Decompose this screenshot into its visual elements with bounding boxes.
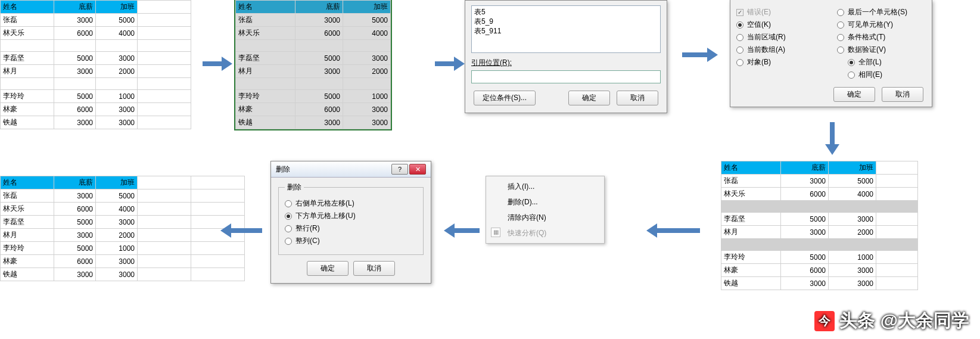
cell[interactable]: [876, 201, 918, 213]
cell[interactable]: 4000: [96, 27, 138, 40]
table-row[interactable]: 李磊坚50003000: [236, 52, 391, 65]
cell[interactable]: 3000: [96, 52, 138, 65]
cell[interactable]: 5000: [781, 213, 829, 226]
cell[interactable]: 3000: [781, 175, 829, 188]
cell[interactable]: 李磊坚: [721, 213, 781, 226]
cell[interactable]: 林月: [236, 65, 295, 78]
cell[interactable]: 李玲玲: [236, 90, 295, 103]
cell[interactable]: 李磊坚: [1, 216, 54, 229]
cell[interactable]: 5000: [96, 189, 138, 203]
radio[interactable]: [736, 59, 743, 66]
table-row[interactable]: 铁越30003000: [236, 116, 391, 129]
table-row[interactable]: 李玲玲50001000: [1, 90, 191, 103]
cell[interactable]: [829, 201, 876, 213]
cell[interactable]: [138, 189, 191, 203]
cell[interactable]: [876, 226, 918, 239]
goto-listbox[interactable]: 表5 表5_9 表5_911: [471, 5, 661, 53]
cell[interactable]: [295, 40, 343, 52]
cell[interactable]: 铁越: [236, 116, 295, 129]
radio[interactable]: [837, 21, 844, 29]
cell[interactable]: 铁越: [1, 268, 54, 281]
cell[interactable]: [138, 103, 191, 116]
cell[interactable]: [138, 255, 191, 268]
list-item[interactable]: 表5_9: [474, 17, 658, 26]
table-row[interactable]: 张磊30005000: [721, 175, 918, 188]
cell[interactable]: 李玲玲: [1, 90, 54, 103]
cell[interactable]: 2000: [343, 65, 391, 78]
cell[interactable]: 3000: [96, 116, 138, 129]
radio-entire-col[interactable]: [285, 238, 292, 245]
table-row[interactable]: 李玲玲50001000: [1, 242, 245, 255]
cell[interactable]: [138, 216, 191, 229]
cell[interactable]: 6000: [295, 27, 343, 40]
cell[interactable]: [721, 201, 781, 213]
table-row[interactable]: 李磊坚50003000: [721, 213, 918, 226]
radio-entire-row[interactable]: [285, 225, 292, 232]
cell[interactable]: 3000: [54, 14, 96, 27]
cell[interactable]: 3000: [343, 103, 391, 116]
list-item[interactable]: 表5: [474, 7, 658, 17]
cell[interactable]: 5000: [54, 52, 96, 65]
spreadsheet-step8-result[interactable]: 姓名 底薪 加班 张磊30005000林天乐60004000李磊坚5000300…: [0, 176, 245, 281]
cell[interactable]: 3000: [54, 189, 96, 203]
cell[interactable]: 3000: [96, 216, 138, 229]
cell[interactable]: 3000: [829, 213, 876, 226]
cell[interactable]: [138, 27, 191, 40]
cell[interactable]: [876, 188, 918, 201]
cell[interactable]: 6000: [54, 103, 96, 116]
radio[interactable]: [848, 59, 855, 66]
cell[interactable]: 1000: [343, 90, 391, 103]
cell[interactable]: [829, 239, 876, 251]
table-row[interactable]: 李玲玲50001000: [721, 251, 918, 264]
table-row[interactable]: 李玲玲50001000: [236, 90, 391, 103]
table-row[interactable]: 林天乐60004000: [1, 203, 245, 216]
table-row[interactable]: 林月30002000: [721, 226, 918, 239]
radio[interactable]: [736, 21, 743, 29]
cell[interactable]: 1000: [829, 251, 876, 264]
cell[interactable]: [236, 40, 295, 52]
table-row[interactable]: 张磊30005000: [1, 14, 191, 27]
help-icon[interactable]: ?: [391, 164, 408, 175]
cell[interactable]: 3000: [54, 65, 96, 78]
radio[interactable]: [848, 71, 855, 79]
cell[interactable]: 6000: [54, 27, 96, 40]
cell[interactable]: 5000: [54, 216, 96, 229]
cancel-button[interactable]: 取消: [617, 91, 658, 105]
menu-delete[interactable]: 删除(D)...: [486, 194, 604, 210]
cell[interactable]: 3000: [295, 65, 343, 78]
table-row[interactable]: 张磊30005000: [236, 14, 391, 27]
table-row[interactable]: 林月30002000: [1, 229, 245, 242]
cell[interactable]: 2000: [96, 65, 138, 78]
cell[interactable]: [138, 242, 191, 255]
cell[interactable]: 李玲玲: [1, 242, 54, 255]
cell[interactable]: [1, 78, 54, 90]
radio[interactable]: [736, 46, 743, 54]
cell[interactable]: 林天乐: [1, 27, 54, 40]
cell[interactable]: [138, 40, 191, 52]
table-row[interactable]: 李磊坚50003000: [1, 216, 245, 229]
table-row[interactable]: [236, 78, 391, 90]
table-row[interactable]: 铁越30003000: [1, 116, 191, 129]
table-row[interactable]: 林豪60003000: [1, 255, 245, 268]
cell[interactable]: [191, 268, 245, 281]
ok-button[interactable]: 确定: [568, 91, 610, 105]
cell[interactable]: 2000: [96, 229, 138, 242]
cell[interactable]: 3000: [343, 52, 391, 65]
cell[interactable]: 林月: [1, 229, 54, 242]
cell[interactable]: [295, 78, 343, 90]
cell[interactable]: [236, 78, 295, 90]
cell[interactable]: [138, 14, 191, 27]
cell[interactable]: [138, 229, 191, 242]
cell[interactable]: 林天乐: [721, 188, 781, 201]
cell[interactable]: 铁越: [721, 277, 781, 290]
cell[interactable]: [138, 78, 191, 90]
cell[interactable]: [138, 52, 191, 65]
radio[interactable]: [837, 46, 844, 54]
cell[interactable]: 3000: [54, 229, 96, 242]
cell[interactable]: 3000: [781, 226, 829, 239]
cancel-button[interactable]: 取消: [353, 261, 395, 276]
menu-clear[interactable]: 清除内容(N): [486, 210, 604, 225]
cell[interactable]: 3000: [295, 14, 343, 27]
cell[interactable]: 1000: [96, 242, 138, 255]
table-row[interactable]: 林天乐60004000: [721, 188, 918, 201]
